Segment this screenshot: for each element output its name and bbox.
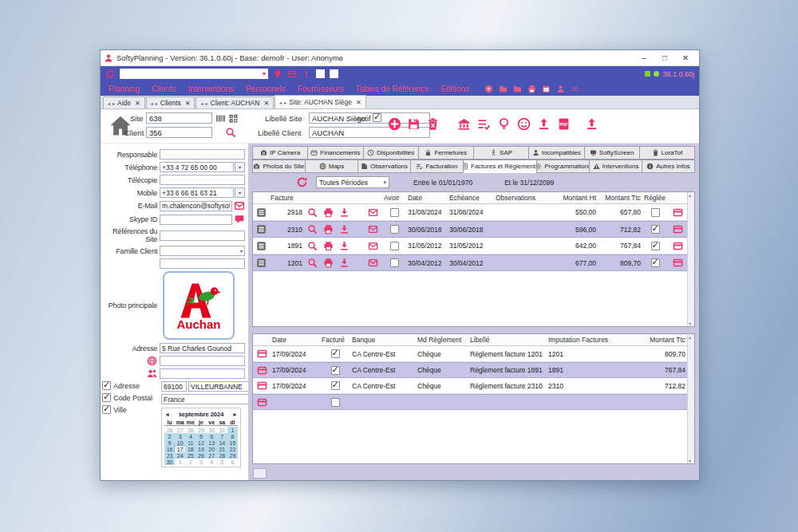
col-facture[interactable]: Facturé <box>320 336 350 344</box>
tab-disponibilites[interactable]: Disponibilités <box>363 146 418 160</box>
tab-loratof[interactable]: LoraTof <box>639 146 695 160</box>
tab-financements[interactable]: Financements <box>307 146 362 160</box>
search-icon[interactable] <box>307 258 318 268</box>
calendar-date[interactable]: 17 <box>175 446 185 452</box>
tab-softyscreen[interactable]: SoftyScreen <box>584 146 639 160</box>
references-site-field[interactable] <box>160 231 245 241</box>
exclamation-icon[interactable] <box>302 69 311 79</box>
refresh-icon[interactable] <box>105 69 115 79</box>
calendar-date[interactable]: 1 <box>227 427 238 433</box>
calendar-date[interactable]: 4 <box>207 459 217 465</box>
calendar-date[interactable]: 27 <box>175 427 185 433</box>
row-menu-icon[interactable] <box>256 241 267 251</box>
calendar-icon[interactable] <box>542 85 551 93</box>
phone-dropdown-button[interactable]: ▾ <box>235 162 245 172</box>
calendar-date[interactable]: 6 <box>227 459 238 465</box>
download-icon[interactable] <box>339 241 350 251</box>
maximize-button[interactable]: □ <box>654 53 675 62</box>
menu-interventions[interactable]: Interventions <box>188 85 234 93</box>
payment-row-empty[interactable] <box>253 394 687 410</box>
menu-fournisseurs[interactable]: Fournisseurs <box>298 85 344 93</box>
tab-ip-camera[interactable]: IP Camera <box>252 146 307 160</box>
col-facture[interactable]: Facture <box>269 194 304 202</box>
tab-prev-icon[interactable]: ◂ <box>151 100 153 106</box>
minimize-button[interactable]: – <box>634 53 654 62</box>
avoir-checkbox[interactable] <box>390 242 399 250</box>
calendar-date[interactable]: 7 <box>217 433 227 439</box>
col-date[interactable]: Date <box>406 194 448 202</box>
responsable-field[interactable] <box>160 149 245 160</box>
calendar-date[interactable]: 8 <box>227 433 238 439</box>
tab-programmations[interactable]: Programmations <box>536 160 589 173</box>
menu-tables-de-reference[interactable]: Tables de Référence <box>356 85 429 93</box>
print-icon[interactable] <box>323 207 334 218</box>
download-icon[interactable] <box>339 224 350 234</box>
vertical-scrollbar[interactable] <box>687 192 694 326</box>
tab-next-icon[interactable]: ▸ <box>156 100 158 106</box>
menu-clients[interactable]: Clients <box>152 85 176 93</box>
calendar-date[interactable]: 19 <box>196 446 206 452</box>
reglee-checkbox[interactable] <box>651 225 660 234</box>
tab-aide[interactable]: ◂▸Aide✕ <box>103 97 145 108</box>
reglee-checkbox[interactable] <box>651 258 660 267</box>
print-icon[interactable] <box>323 224 334 234</box>
close-icon[interactable]: ✕ <box>356 99 361 106</box>
mobile-field[interactable] <box>160 187 234 198</box>
actif-checkbox[interactable] <box>373 113 381 122</box>
calendar-date[interactable]: 1 <box>175 459 185 465</box>
calendar-date[interactable]: 15 <box>227 439 238 446</box>
payment-card-icon[interactable] <box>257 349 267 359</box>
col-avoir[interactable]: Avoir <box>382 194 406 202</box>
client-number-field[interactable] <box>146 127 212 138</box>
ville-checkbox[interactable] <box>102 405 111 414</box>
tab-factures-et-reglements[interactable]: Factures et Règlements <box>463 160 536 173</box>
help-icon[interactable] <box>484 85 493 93</box>
tab-sap[interactable]: SAP <box>473 146 528 160</box>
calendar-date[interactable]: 6 <box>207 433 217 439</box>
tab-photos-du-site[interactable]: Photos du Site <box>252 160 305 173</box>
menu-personnels[interactable]: Personnels <box>246 85 286 93</box>
calendar-date[interactable]: 28 <box>185 427 196 433</box>
avoir-checkbox[interactable] <box>390 225 399 234</box>
upload-button-2[interactable] <box>585 117 598 131</box>
print-icon[interactable] <box>323 258 334 268</box>
bank-button[interactable] <box>457 117 471 131</box>
close-icon[interactable]: ✕ <box>135 100 140 107</box>
calendar-prev-icon[interactable]: ◄ <box>164 412 170 417</box>
tab-next-icon[interactable]: ▸ <box>284 100 286 105</box>
calendar-date[interactable]: 9 <box>164 439 175 446</box>
col-reglee[interactable]: Réglée <box>642 194 668 202</box>
pin-icon[interactable] <box>273 69 282 79</box>
payment-card-icon[interactable] <box>673 207 683 218</box>
ville-select[interactable]: VILLEURBANNE▾ <box>188 381 255 392</box>
tab-maps[interactable]: Maps <box>305 160 358 173</box>
tab-prev-icon[interactable]: ◂ <box>279 100 282 105</box>
qrcode-icon[interactable] <box>228 113 239 124</box>
printer-icon[interactable] <box>527 85 536 93</box>
invoice-row[interactable]: 2918 31/08/2024 31/08/2024 550,00 657,80 <box>253 204 687 221</box>
calendar-date[interactable]: 11 <box>185 439 196 446</box>
extra-field[interactable] <box>160 258 245 269</box>
code-postal-checkbox[interactable] <box>102 393 111 402</box>
col-montant-ttc[interactable]: Montant Ttc <box>598 194 642 202</box>
calendar-date[interactable]: 24 <box>175 452 185 459</box>
avoir-checkbox[interactable] <box>390 208 399 217</box>
payment-card-icon[interactable] <box>673 241 683 251</box>
email-icon[interactable] <box>234 200 245 211</box>
invoice-row[interactable]: 1201 30/04/2012 30/04/2012 677,00 809,70 <box>253 254 687 271</box>
calendar-date[interactable]: 2 <box>164 433 175 439</box>
download-icon[interactable] <box>339 207 350 218</box>
row-menu-icon[interactable] <box>256 224 267 234</box>
folder-icon[interactable] <box>513 85 522 93</box>
tab-prev-icon[interactable]: ◂ <box>200 100 203 106</box>
calendar-date[interactable]: 25 <box>185 452 196 459</box>
col-date[interactable]: Date <box>271 336 320 344</box>
close-icon[interactable]: ✕ <box>185 100 191 107</box>
calendar-date[interactable]: 14 <box>217 439 227 446</box>
col-libelle[interactable]: Libellé <box>468 336 547 344</box>
tab-prev-icon[interactable]: ◂ <box>108 100 110 106</box>
payment-card-icon[interactable] <box>257 380 267 391</box>
col-montant-ttc[interactable]: Montant Ttc <box>636 336 687 344</box>
search-icon[interactable] <box>307 224 318 234</box>
calendar-date[interactable]: 10 <box>175 439 185 446</box>
